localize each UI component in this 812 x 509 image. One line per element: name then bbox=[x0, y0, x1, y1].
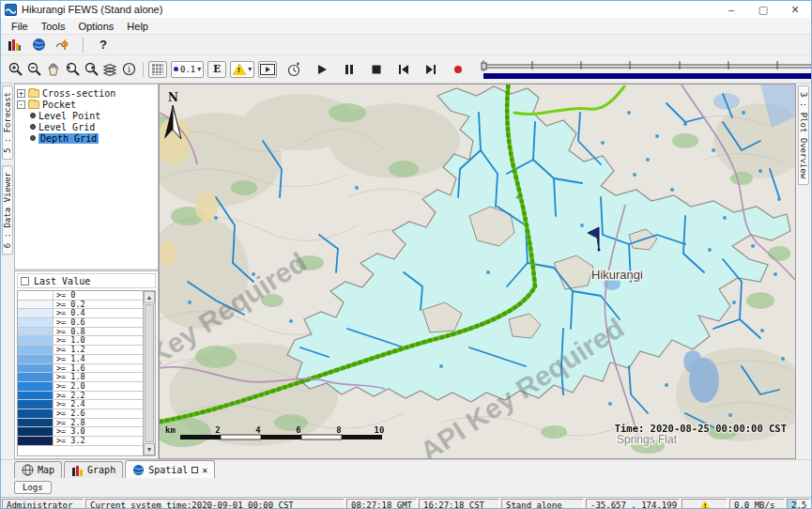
tab-close-icon[interactable]: ✕ bbox=[202, 465, 207, 475]
legend-row[interactable]: >= 3.2 bbox=[18, 437, 143, 446]
tree-label: Level Grid bbox=[38, 122, 95, 132]
legend-threshold-label: >= 0.6 bbox=[54, 318, 85, 327]
status-mode: Stand alone bbox=[501, 499, 584, 509]
legend-color-swatch bbox=[18, 400, 54, 409]
status-gmt-time: 08:27:18 GMT bbox=[346, 499, 417, 509]
timeseries-dialog-icon[interactable] bbox=[54, 37, 72, 54]
zoom-previous-icon[interactable] bbox=[63, 61, 82, 78]
layers-icon[interactable] bbox=[100, 61, 119, 78]
legend-threshold-label: >= 1.2 bbox=[54, 346, 85, 354]
stop-icon[interactable] bbox=[367, 61, 386, 78]
tab-graph-label: Graph bbox=[87, 465, 115, 475]
status-bar: Administrator Current system time:2020-0… bbox=[1, 497, 811, 509]
menu-item[interactable]: Tools bbox=[35, 21, 72, 32]
maximize-button[interactable]: ▢ bbox=[747, 1, 779, 18]
svg-text:km: km bbox=[165, 425, 176, 435]
pause-icon[interactable] bbox=[340, 61, 359, 78]
menu-item[interactable]: File bbox=[5, 21, 35, 32]
tab-graph[interactable]: Graph bbox=[64, 461, 123, 478]
tab-map[interactable]: Map bbox=[14, 461, 62, 478]
tab-spatial[interactable]: Spatial ✕ bbox=[125, 460, 215, 478]
help-button[interactable]: ? bbox=[94, 37, 113, 54]
playback-controls bbox=[313, 61, 467, 78]
status-warning-cell[interactable]: ! bbox=[682, 499, 728, 509]
tree-node-cross-section[interactable]: + Cross-section bbox=[17, 87, 156, 99]
expand-icon[interactable]: + bbox=[17, 89, 25, 98]
timeline-slider[interactable]: 2020-08-25 00:00:00 CST bbox=[481, 58, 812, 81]
legend-threshold-label: >= 0.8 bbox=[54, 328, 85, 336]
set-time-clock-icon[interactable] bbox=[284, 61, 303, 78]
legend-threshold-label: >= 2.4 bbox=[54, 400, 85, 409]
map-globe-icon[interactable] bbox=[29, 37, 48, 54]
minimize-button[interactable]: – bbox=[715, 1, 747, 18]
status-memory[interactable]: 2.5 GB bbox=[787, 499, 810, 509]
scroll-down-icon[interactable]: ▼ bbox=[144, 443, 155, 455]
timeline-graphic bbox=[481, 58, 812, 81]
logs-button[interactable]: Logs bbox=[14, 481, 52, 494]
tree-node-pocket[interactable]: - Pocket bbox=[17, 99, 156, 110]
threshold-dropdown[interactable]: 0.1 ▾ bbox=[171, 61, 204, 78]
chevron-down-icon: ▾ bbox=[197, 65, 201, 73]
svg-text:6: 6 bbox=[296, 425, 300, 435]
menu-item[interactable]: Options bbox=[71, 21, 120, 32]
legend-color-swatch bbox=[18, 336, 54, 345]
svg-text:8: 8 bbox=[336, 425, 341, 435]
zoom-out-icon[interactable] bbox=[25, 61, 44, 78]
right-tab-strip: 3 : Plot Overview bbox=[796, 84, 811, 459]
skip-end-icon[interactable] bbox=[421, 61, 440, 78]
info-icon[interactable]: i bbox=[119, 61, 138, 78]
vertical-scale-button[interactable]: E bbox=[207, 61, 226, 78]
zoom-in-icon[interactable] bbox=[7, 61, 25, 78]
legend-threshold-label: >= 1.0 bbox=[54, 336, 85, 345]
map-toolbar: i 0.1 ▾ E ! ▾ bbox=[1, 55, 811, 84]
warning-icon: ! bbox=[233, 64, 246, 75]
globe-icon bbox=[132, 464, 145, 476]
map-viewport[interactable]: API Key Required API Key Required Hikura… bbox=[159, 84, 796, 459]
animation-button[interactable] bbox=[258, 61, 277, 78]
legend-color-swatch bbox=[18, 437, 54, 445]
pan-hand-icon[interactable] bbox=[44, 61, 63, 78]
tree-node-level-point[interactable]: Level Point bbox=[17, 110, 156, 121]
menu-item[interactable]: Help bbox=[120, 21, 155, 32]
scroll-up-icon[interactable]: ▲ bbox=[144, 291, 155, 303]
last-value-checkbox[interactable] bbox=[21, 277, 29, 285]
scroll-thumb[interactable] bbox=[145, 304, 154, 442]
chevron-down-icon: ▾ bbox=[248, 65, 252, 73]
database-viewer-icon[interactable] bbox=[5, 37, 23, 54]
collapse-icon[interactable]: - bbox=[17, 100, 25, 109]
play-icon[interactable] bbox=[313, 61, 331, 78]
left-tab-strip: 5 : Forecast 6 : Data Viewer bbox=[1, 84, 14, 459]
tab-forecast[interactable]: 5 : Forecast bbox=[2, 85, 13, 160]
grid-display-button[interactable] bbox=[148, 61, 167, 78]
warning-dropdown[interactable]: ! ▾ bbox=[230, 61, 254, 78]
legend-list: >= 0 >= 0.2 >= 0.4 bbox=[18, 291, 143, 455]
title-bar[interactable]: Hikurangi FEWS (Stand alone) – ▢ ✕ bbox=[1, 1, 811, 18]
close-button[interactable]: ✕ bbox=[779, 1, 811, 18]
bar-chart-icon bbox=[71, 465, 84, 476]
legend-threshold-label: >= 1.4 bbox=[54, 355, 85, 363]
skip-start-icon[interactable] bbox=[394, 61, 413, 78]
tree-node-depth-grid[interactable]: Depth Grid bbox=[17, 132, 156, 144]
main-area: 5 : Forecast 6 : Data Viewer + Cross-sec… bbox=[1, 84, 811, 459]
legend-color-swatch bbox=[18, 355, 54, 363]
legend-threshold-label: >= 2.8 bbox=[54, 419, 85, 427]
tree-label: Pocket bbox=[42, 100, 76, 110]
record-icon[interactable] bbox=[449, 61, 467, 78]
tab-data-viewer[interactable]: 6 : Data Viewer bbox=[2, 165, 13, 254]
legend-color-swatch bbox=[18, 364, 54, 373]
legend-threshold-label: >= 2.2 bbox=[54, 392, 85, 400]
status-system-time: Current system time:2020-09-01 00:00 CST bbox=[85, 499, 345, 509]
tab-plot-overview[interactable]: 3 : Plot Overview bbox=[798, 85, 809, 185]
bullet-icon bbox=[30, 135, 36, 141]
status-local-time: 16:27:18 CST bbox=[419, 499, 499, 509]
tree-node-level-grid[interactable]: Level Grid bbox=[17, 121, 156, 132]
zoom-next-icon[interactable] bbox=[82, 61, 100, 78]
toolbar-separator bbox=[143, 62, 144, 77]
tab-restore-icon[interactable] bbox=[192, 467, 198, 473]
legend-color-swatch bbox=[18, 392, 54, 400]
svg-text:10: 10 bbox=[375, 425, 385, 435]
map-canvas: API Key Required API Key Required Hikura… bbox=[160, 85, 795, 458]
menu-bar: FileToolsOptionsHelp bbox=[1, 18, 811, 35]
place-label-hikurangi: Hikurangi bbox=[591, 268, 643, 282]
legend-scrollbar[interactable]: ▲ ▼ bbox=[143, 291, 155, 455]
